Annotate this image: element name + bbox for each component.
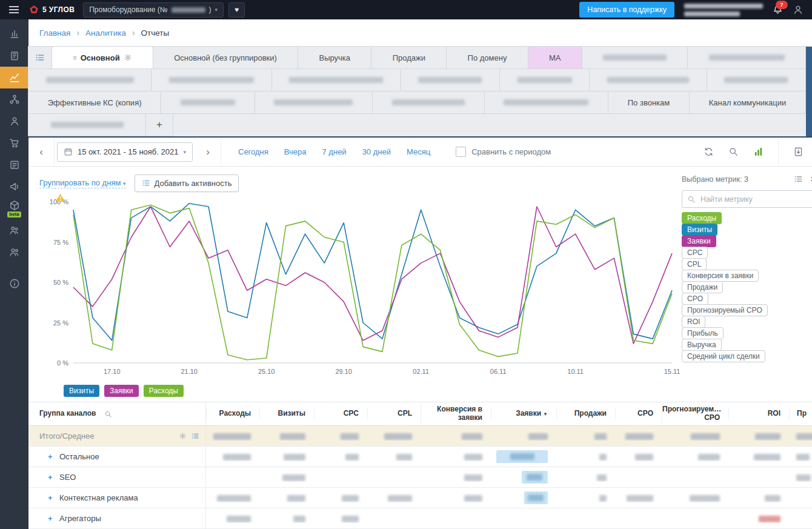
report-tab-redacted[interactable] <box>28 113 146 136</box>
sidebar-item-cart[interactable] <box>0 132 28 154</box>
date-range-picker[interactable]: 15 окт. 2021 - 15 нояб. 2021 ▾ <box>57 142 193 162</box>
sidebar-item-user-badge[interactable] <box>0 110 28 132</box>
sidebar-item-bar-chart[interactable] <box>0 23 28 45</box>
report-tab-redacted[interactable] <box>271 68 401 91</box>
quick-range-link[interactable]: 30 дней <box>362 147 391 156</box>
metric-chip[interactable]: Прогнозируемый CPO <box>682 304 768 316</box>
compare-icon[interactable] <box>704 147 714 157</box>
sidebar-item-tasks[interactable] <box>0 154 28 176</box>
column-header[interactable]: Прогнозируем… СРО <box>662 404 728 424</box>
table-row[interactable]: +Агрегаторы <box>28 508 812 529</box>
column-header[interactable]: Группа каналов <box>28 402 206 425</box>
column-header[interactable]: Продажи <box>556 408 615 419</box>
report-tab-redacted[interactable] <box>499 68 590 91</box>
chart-view-icon[interactable] <box>753 147 764 157</box>
menu-icon[interactable] <box>0 0 28 19</box>
column-header[interactable]: ROI <box>728 408 789 419</box>
report-tab[interactable]: Эффективные КС (копия) <box>28 91 161 114</box>
list-icon[interactable] <box>191 432 199 440</box>
table-row[interactable]: +SEO <box>28 467 812 488</box>
metric-chip[interactable]: Заявки <box>682 235 716 247</box>
chart-canvas[interactable]: 100 %75 %50 %25 %0 %17.1021.1025.1029.10… <box>39 195 682 384</box>
add-report-tab-button[interactable]: + <box>145 113 173 136</box>
report-tab-redacted[interactable] <box>589 68 707 91</box>
quick-range-link[interactable]: Сегодня <box>238 147 268 156</box>
metric-chip[interactable]: ROI <box>682 316 705 328</box>
support-button[interactable]: Написать в поддержку <box>579 2 674 18</box>
legend-chip[interactable]: Визиты <box>64 385 99 397</box>
row-label-cell[interactable]: +SEO <box>28 467 206 487</box>
report-tab[interactable]: Выручка <box>298 46 371 69</box>
report-tab-redacted[interactable] <box>687 46 806 69</box>
breadcrumb-home[interactable]: Главная <box>39 28 70 38</box>
next-period-button[interactable]: › <box>195 138 221 166</box>
report-tab[interactable]: Канал коммуникации <box>689 91 806 114</box>
gear-icon[interactable] <box>124 53 132 62</box>
report-tab-redacted[interactable] <box>582 46 688 69</box>
report-tab[interactable]: Основной (без группировки) <box>153 46 298 69</box>
project-select[interactable]: Промоборудование (№ ) ▾ <box>83 2 224 18</box>
row-label-cell[interactable]: Итого/Среднее <box>28 426 206 446</box>
search-icon[interactable] <box>104 410 112 418</box>
report-tab[interactable]: Продажи <box>371 46 447 69</box>
expand-icon[interactable]: + <box>48 452 55 461</box>
expand-icon[interactable]: + <box>48 514 55 523</box>
settings-icon[interactable] <box>179 432 187 440</box>
legend-chip[interactable]: Расходы <box>144 385 184 397</box>
report-tab[interactable]: По звонкам <box>608 91 690 114</box>
favorites-button[interactable]: ♥ <box>228 2 245 18</box>
reports-list-button[interactable] <box>28 46 52 69</box>
notifications-button[interactable]: 7 <box>773 5 783 15</box>
report-tab-redacted[interactable] <box>161 91 255 114</box>
column-header[interactable]: Расходы <box>206 408 259 419</box>
report-tab[interactable]: ≡Основной <box>52 46 153 69</box>
quick-range-link[interactable]: Вчера <box>284 147 307 156</box>
legend-chip[interactable]: Заявки <box>104 385 139 397</box>
breadcrumb-analytics[interactable]: Аналитика <box>85 28 126 38</box>
expand-icon[interactable]: + <box>48 493 55 502</box>
warning-icon[interactable] <box>55 193 65 202</box>
row-label-cell[interactable]: +Остальное <box>28 447 206 467</box>
quick-range-link[interactable]: Месяц <box>407 147 430 156</box>
user-menu-button[interactable] <box>793 4 804 15</box>
quick-range-link[interactable]: 7 дней <box>322 147 347 156</box>
sidebar-item-clipboard[interactable] <box>0 45 28 67</box>
sidebar-item-info[interactable] <box>0 273 28 294</box>
report-tab-redacted[interactable] <box>401 68 500 91</box>
search-icon[interactable] <box>728 147 739 157</box>
column-header[interactable]: Визиты <box>259 408 314 419</box>
column-header[interactable]: Конверсия в заявки <box>421 404 491 424</box>
metric-search-input[interactable] <box>699 195 811 204</box>
column-header[interactable]: CPO <box>615 408 662 419</box>
table-row[interactable]: +Контекстная реклама <box>28 488 812 508</box>
metric-chip[interactable]: Выручка <box>682 339 722 351</box>
row-label-cell[interactable]: +Агрегаторы <box>28 508 206 528</box>
column-header[interactable]: CPL <box>367 408 421 419</box>
export-icon[interactable] <box>793 147 804 157</box>
list-icon[interactable] <box>794 175 803 184</box>
compare-checkbox[interactable] <box>456 147 466 157</box>
table-row[interactable]: Итого/Среднее <box>28 426 812 447</box>
metric-chip[interactable]: CPL <box>682 258 707 270</box>
report-tab-redacted[interactable] <box>372 91 484 114</box>
metric-chip[interactable]: Визиты <box>682 224 717 236</box>
add-activity-button[interactable]: Добавить активность <box>135 175 239 192</box>
sidebar-item-audience[interactable] <box>0 219 28 241</box>
metric-chip[interactable]: CPO <box>682 293 708 305</box>
metric-chip[interactable]: Прибыль <box>682 327 724 339</box>
report-tab-redacted[interactable] <box>255 91 373 114</box>
line-chart[interactable]: 100 %75 %50 %25 %0 %17.1021.1025.1029.10… <box>39 195 682 384</box>
column-header[interactable]: Заявки▼ <box>491 408 556 419</box>
sidebar-item-megaphone[interactable] <box>0 176 28 198</box>
prev-period-button[interactable]: ‹ <box>28 138 55 166</box>
metric-chip[interactable]: CPC <box>682 247 708 259</box>
report-tab-redacted[interactable] <box>707 68 806 91</box>
metric-chip[interactable]: Конверсия в заявки <box>682 270 759 282</box>
report-tab[interactable]: МА <box>528 46 582 69</box>
sidebar-item-sitemap[interactable] <box>0 88 28 110</box>
group-by-dropdown[interactable]: Группировать по дням ▾ <box>39 178 126 188</box>
report-tab-redacted[interactable] <box>484 91 608 114</box>
report-tab[interactable]: По домену <box>446 46 528 69</box>
expand-icon[interactable]: + <box>48 473 55 482</box>
tabs-scrollbar[interactable] <box>806 47 812 136</box>
